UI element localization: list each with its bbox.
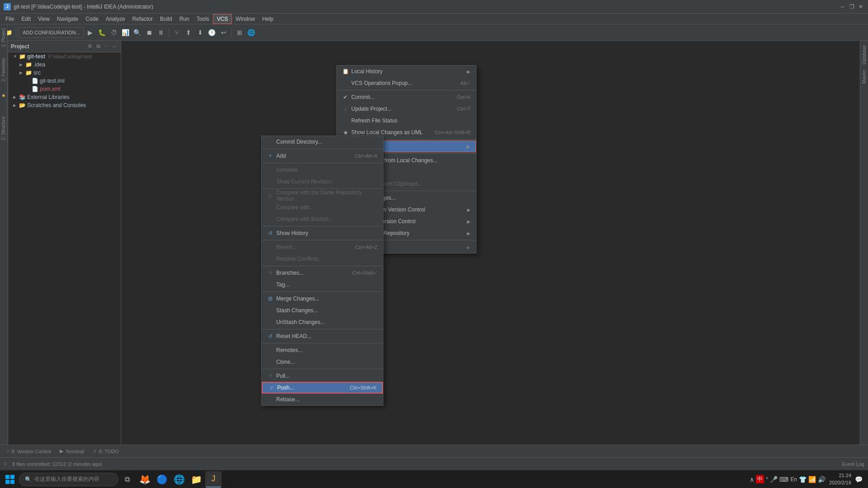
menu-build[interactable]: Build: [156, 14, 176, 24]
title-bar: J git-test [F:\IdeaCode\git-test] - Inte…: [0, 0, 868, 14]
sidebar-structure-label[interactable]: Z: Structure: [1, 117, 6, 140]
commit-dir-label: Commit Directory...: [276, 139, 377, 145]
menu-file[interactable]: File: [2, 14, 18, 24]
tray-mic[interactable]: 🎤: [770, 476, 778, 483]
panel-more-btn[interactable]: ⋯: [103, 43, 110, 50]
menu-window[interactable]: Window: [232, 14, 259, 24]
minimize-button[interactable]: ─: [839, 3, 846, 10]
git-show-history[interactable]: ↺ Show History: [262, 227, 383, 239]
tray-tshirt[interactable]: 👕: [799, 476, 807, 483]
tree-idea[interactable]: ▶ 📁 .idea: [8, 61, 121, 69]
tree-src[interactable]: ▶ 📁 src: [8, 69, 121, 77]
event-log-btn[interactable]: Event Log: [842, 461, 864, 467]
menu-help[interactable]: Help: [259, 14, 277, 24]
tree-iml[interactable]: ▶ 📄 git-test.iml: [8, 77, 121, 85]
start-button[interactable]: [2, 471, 18, 488]
todo-label: 6: TODO: [99, 449, 119, 454]
tab-terminal[interactable]: ▶ Terminal: [56, 446, 88, 456]
vcs-operations-popup[interactable]: VCS Operations Popup... Alt+`: [337, 77, 476, 89]
tree-src-label: src: [33, 70, 41, 76]
tray-network[interactable]: 📶: [808, 476, 816, 483]
git-push[interactable]: ⑂ Push... Ctrl+Shift+K: [262, 382, 383, 394]
toolbar-run-btn[interactable]: ▶: [85, 27, 96, 38]
notification-btn[interactable]: 💬: [855, 476, 863, 483]
vcs-update-project[interactable]: ↓ Update Project... Ctrl+T: [337, 103, 476, 115]
git-rebase[interactable]: Rebase...: [262, 394, 383, 405]
tab-version-control[interactable]: ⑂ 9: Version Control: [3, 446, 54, 456]
tree-pom[interactable]: ▶ 📄 pom.xml: [8, 85, 121, 93]
git-branches[interactable]: ⑂ Branches... Ctrl+Shift+`: [262, 267, 383, 279]
panel-settings-btn[interactable]: ⚙: [86, 43, 94, 50]
taskbar-firefox[interactable]: 🦊: [137, 471, 153, 488]
menu-navigate[interactable]: Navigate: [53, 14, 82, 24]
toolbar-search-btn[interactable]: 🔍: [132, 27, 143, 38]
taskbar-files[interactable]: 📁: [188, 471, 204, 488]
git-commit-dir[interactable]: Commit Directory...: [262, 136, 383, 148]
git-stash[interactable]: Stash Changes...: [262, 305, 383, 316]
toolbar-git-branch[interactable]: ⑂: [171, 27, 182, 38]
sidebar-project-label[interactable]: 1: Project: [1, 28, 6, 47]
taskbar-chrome[interactable]: 🌐: [171, 471, 187, 488]
toolbar-profile-btn[interactable]: 📊: [120, 27, 131, 38]
tray-keyboard[interactable]: ⌨: [779, 476, 788, 483]
toolbar-git-history[interactable]: 🕐: [207, 27, 217, 38]
git-pull[interactable]: ⑂ Pull...: [262, 370, 383, 382]
git-annotate: Annotate: [262, 164, 383, 176]
menu-analyze[interactable]: Analyze: [102, 14, 129, 24]
menu-refactor[interactable]: Refactor: [129, 14, 156, 24]
reset-icon: ↺: [267, 333, 274, 339]
toolbar-stop-btn[interactable]: ⏹: [144, 27, 155, 38]
git-clone[interactable]: Clone...: [262, 356, 383, 368]
toolbar-git-update[interactable]: ⬆: [183, 27, 194, 38]
git-sep6: [262, 266, 383, 266]
git-unstash[interactable]: UnStash Changes...: [262, 316, 383, 328]
tray-volume[interactable]: 🔊: [818, 476, 826, 483]
add-configuration-button[interactable]: ADD CONFIGURATION...: [19, 27, 84, 38]
tree-scratches[interactable]: ▶ 📂 Scratches and Consoles: [8, 101, 121, 109]
close-button[interactable]: ✕: [857, 3, 864, 10]
maximize-button[interactable]: ❐: [848, 3, 855, 10]
menu-code[interactable]: Code: [82, 14, 102, 24]
tree-root[interactable]: ▼ 📁 git-test F:\IdeaCode\git-test: [8, 52, 121, 61]
git-sep1: [262, 149, 383, 149]
tray-ime[interactable]: 中: [756, 475, 764, 483]
taskbar-search-box[interactable]: 🔍 在这里输入你要搜索的内容: [19, 473, 118, 486]
menu-tools[interactable]: Tools: [193, 14, 213, 24]
tray-icon2[interactable]: °: [766, 476, 769, 483]
tray-up-arrow[interactable]: ∧: [750, 476, 754, 483]
vcs-refresh[interactable]: Refresh File Status: [337, 115, 476, 127]
toolbar-lang-btn[interactable]: 🌐: [246, 27, 257, 38]
tray-lang[interactable]: En: [790, 476, 797, 483]
git-merge[interactable]: ⊞ Merge Changes...: [262, 293, 383, 305]
commit-label: Commit...: [351, 94, 454, 100]
vcs-commit[interactable]: ✔ Commit... Ctrl+K: [337, 91, 476, 103]
git-resolve: Resolve Conflicts...: [262, 253, 383, 265]
toolbar-git-push[interactable]: ⬇: [195, 27, 206, 38]
tree-external[interactable]: ▶ 📚 External Libraries: [8, 93, 121, 101]
toolbar-debug-btn[interactable]: 🐛: [97, 27, 108, 38]
menu-view[interactable]: View: [34, 14, 53, 24]
system-clock[interactable]: 21:24 2020/2/16: [829, 472, 851, 486]
task-view-btn[interactable]: ⧉: [120, 473, 134, 486]
sidebar-favorites-star[interactable]: ★: [1, 93, 6, 99]
toolbar-layout-btn[interactable]: ⊞: [234, 27, 245, 38]
menu-run[interactable]: Run: [176, 14, 193, 24]
tab-todo[interactable]: ✓ 6: TODO: [90, 446, 123, 456]
panel-layout-btn[interactable]: ⊞: [94, 43, 102, 50]
taskbar-app2[interactable]: 🔵: [154, 471, 170, 488]
vtab-database[interactable]: Database: [861, 42, 868, 67]
vcs-local-history[interactable]: 📋 Local History ▶: [337, 66, 476, 77]
menu-vcs[interactable]: VCS: [213, 14, 232, 24]
toolbar-pause-btn[interactable]: ⏸: [156, 27, 166, 38]
git-remotes[interactable]: Remotes...: [262, 344, 383, 356]
panel-minimize-btn[interactable]: ─: [111, 43, 118, 50]
toolbar-coverage-btn[interactable]: ⏱: [108, 27, 119, 38]
toolbar-git-rollback[interactable]: ↩: [218, 27, 229, 38]
git-tag[interactable]: Tag...: [262, 279, 383, 291]
sidebar-favorites-label[interactable]: 2: Favorites: [1, 58, 6, 81]
vtab-maven[interactable]: Maven: [861, 67, 868, 86]
taskbar-idea[interactable]: J: [205, 471, 222, 488]
menu-edit[interactable]: Edit: [18, 14, 34, 24]
git-add[interactable]: + Add Ctrl+Alt+A: [262, 150, 383, 162]
git-reset-head[interactable]: ↺ Reset HEAD...: [262, 330, 383, 342]
